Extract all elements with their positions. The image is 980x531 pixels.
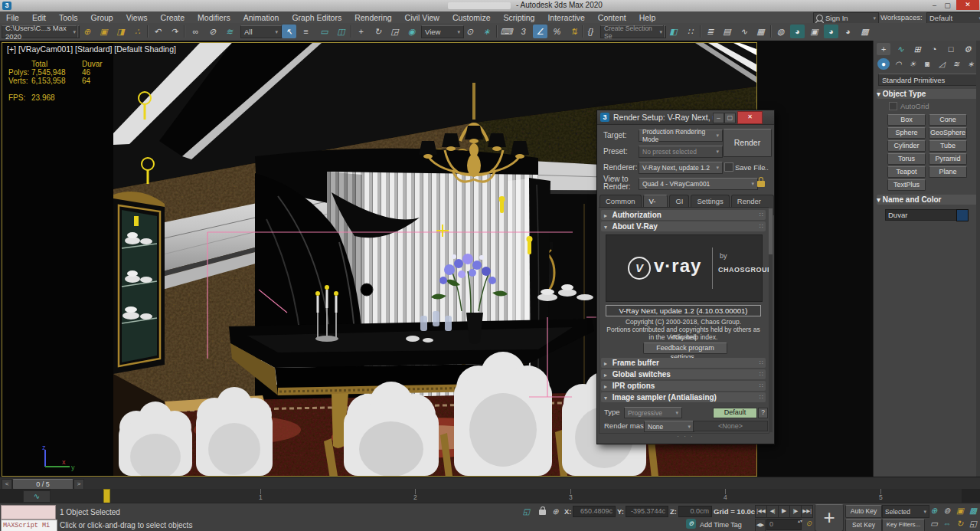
tab-display[interactable]: □ <box>944 43 958 55</box>
pan-icon[interactable]: ⇔ <box>941 518 953 529</box>
add-time-tag[interactable]: Add Time Tag <box>700 521 742 529</box>
close-button[interactable]: ✕ <box>956 0 979 10</box>
primitive-geosphere-button[interactable]: GeoSphere <box>929 127 967 139</box>
key-filters-button[interactable]: Key Filters... <box>882 519 925 531</box>
key-mode-dropdown[interactable]: Selected ▾ <box>882 505 929 518</box>
auto-key-button[interactable]: Auto Key <box>845 505 882 518</box>
menu-create[interactable]: Create <box>161 13 185 22</box>
about-vray-rollout[interactable]: ▾ About V-Ray ∷ <box>601 221 766 231</box>
tab-utilities[interactable]: ⚙ <box>961 43 975 55</box>
primitive-teapot-button[interactable]: Teapot <box>887 166 926 178</box>
primitive-pyramid-button[interactable]: Pyramid <box>929 153 967 165</box>
dialog-maximize-button[interactable]: ▢ <box>724 113 736 123</box>
snap-toggle-3d-icon[interactable]: 3 <box>516 25 531 38</box>
z-coordinate-field[interactable]: 0.0cm <box>678 506 712 517</box>
zoom-all-icon[interactable]: ⊚ <box>941 505 953 516</box>
render-mask-dropdown[interactable]: None ▾ <box>644 421 694 432</box>
dialog-close-button[interactable]: ✕ <box>737 111 763 124</box>
scene-container-icon[interactable]: ▣ <box>96 25 111 38</box>
render-setup-icon[interactable]: ◕ <box>790 25 805 38</box>
tab-hierarchy[interactable]: ⊞ <box>910 43 924 55</box>
primitive-category-dropdown[interactable]: Standard Primitives ▾ <box>878 74 980 86</box>
previous-frame-button[interactable]: ◀| <box>766 505 779 518</box>
subtab-cameras[interactable]: ◙ <box>921 58 933 70</box>
lock-icon[interactable] <box>757 181 765 187</box>
tab-motion[interactable]: ◔ <box>927 43 941 55</box>
preset-dropdown[interactable]: No preset selected ▾ <box>639 146 723 158</box>
orbit-icon[interactable]: ↻ <box>954 518 966 529</box>
workspace-dropdown[interactable]: Default ▾ <box>926 12 980 24</box>
view-to-render-dropdown[interactable]: Quad 4 - VRayCam001 ▾ <box>639 178 758 190</box>
menu-file[interactable]: File <box>6 13 19 22</box>
tab-modify[interactable]: ∿ <box>893 43 907 55</box>
save-file-checkbox[interactable] <box>724 162 733 172</box>
subtab-helpers[interactable]: ◿ <box>936 58 948 70</box>
undo-icon[interactable]: ↶ <box>150 25 165 38</box>
render-iterative-icon[interactable]: ◕ <box>841 25 855 38</box>
ipr-options-rollout[interactable]: ▸ IPR options ∷ <box>601 381 766 391</box>
next-frame-button[interactable]: > <box>74 479 84 490</box>
menu-group[interactable]: Group <box>91 13 113 22</box>
key-mode-toggle[interactable]: ◀▶ <box>755 519 766 531</box>
render-mask-target[interactable]: <None> <box>693 421 768 431</box>
spinner-snap-icon[interactable]: ⇅ <box>567 25 581 38</box>
select-and-scale-icon[interactable]: ◲ <box>387 25 402 38</box>
render-button[interactable]: Render <box>723 129 772 157</box>
material-editor-icon[interactable]: ◍ <box>773 25 788 38</box>
percent-snap-icon[interactable]: % <box>550 25 564 38</box>
primitive-plane-button[interactable]: Plane <box>929 166 967 178</box>
named-selection-dropdown[interactable]: Create Selection Se ▾ <box>600 25 666 38</box>
play-button[interactable]: ▶ <box>778 505 790 518</box>
mini-curve-editor-button[interactable]: ∿ <box>23 490 51 503</box>
reference-coordinate-dropdown[interactable]: View ▾ <box>421 25 464 38</box>
select-and-place-icon[interactable]: ◉ <box>404 25 419 38</box>
maximize-viewport-icon[interactable]: ◱ <box>967 518 979 529</box>
menu-civil-view[interactable]: Civil View <box>405 13 439 22</box>
feedback-settings-button[interactable]: Feedback program settings... <box>643 343 727 354</box>
menu-edit[interactable]: Edit <box>32 13 46 22</box>
subtab-systems[interactable]: ∗ <box>965 58 977 70</box>
redo-icon[interactable]: ↷ <box>167 25 181 38</box>
subtab-lights[interactable]: ☀ <box>906 58 919 70</box>
scrollbar-thumb[interactable] <box>769 208 773 254</box>
viewport-label[interactable]: [+] [VRayCam001] [Standard] [Default Sha… <box>7 44 176 54</box>
help-button[interactable]: ? <box>758 408 768 418</box>
name-color-rollout[interactable]: ▾ Name and Color <box>877 195 978 205</box>
authorization-rollout[interactable]: ▸ Authorization ∷ <box>601 210 766 220</box>
sign-in-dropdown[interactable]: Sign In ▾ <box>813 12 879 24</box>
set-key-button[interactable]: Set Key <box>845 519 882 531</box>
select-object-icon[interactable]: ↖ <box>282 25 296 38</box>
maxscript-listener-field[interactable]: MAXScript Mi <box>1 520 57 531</box>
bind-to-space-warp-icon[interactable]: ≋ <box>222 25 237 38</box>
autogrid-option[interactable]: AutoGrid <box>889 102 929 110</box>
time-marker[interactable] <box>103 489 110 504</box>
object-type-rollout[interactable]: ▾ Object Type <box>877 89 978 99</box>
angle-snap-icon[interactable]: ∠ <box>533 25 547 38</box>
primitive-box-button[interactable]: Box <box>887 114 926 126</box>
maximize-button[interactable]: ▢ <box>942 1 953 10</box>
autogrid-checkbox[interactable] <box>889 102 897 110</box>
curve-editor-icon[interactable]: ∿ <box>737 25 751 38</box>
menu-modifiers[interactable]: Modifiers <box>198 13 230 22</box>
align-icon[interactable]: ∷ <box>683 25 697 38</box>
subtab-shapes[interactable]: ◠ <box>892 58 904 70</box>
dialog-scrollbar[interactable] <box>769 207 773 432</box>
menu-content[interactable]: Content <box>598 13 626 22</box>
renderer-dropdown[interactable]: V-Ray Next, update 1.2 ▾ <box>639 162 723 174</box>
menu-graph-editors[interactable]: Graph Editors <box>292 13 341 22</box>
default-button[interactable]: Default <box>713 408 757 418</box>
scene-import-icon[interactable]: ⊕ <box>80 25 94 38</box>
mirror-icon[interactable]: ◧ <box>666 25 681 38</box>
tab-create[interactable]: + <box>877 43 890 55</box>
time-tag-icon[interactable]: ⚙ <box>686 519 696 529</box>
keyboard-shortcut-override-icon[interactable]: ⌨ <box>499 25 514 38</box>
maxscript-mini-listener[interactable] <box>1 505 56 520</box>
sampler-type-dropdown[interactable]: Progressive ▾ <box>624 407 682 418</box>
primitive-torus-button[interactable]: Torus <box>887 153 926 165</box>
rectangular-selection-region-icon[interactable]: ▭ <box>317 25 332 38</box>
zoom-extents-all-icon[interactable]: ▩ <box>967 505 979 516</box>
render-grid-icon[interactable]: ▩ <box>858 25 872 38</box>
subtab-geometry[interactable]: ● <box>877 58 890 70</box>
save-file-browse-button[interactable]: ... <box>763 163 769 172</box>
menu-animation[interactable]: Animation <box>243 13 279 22</box>
